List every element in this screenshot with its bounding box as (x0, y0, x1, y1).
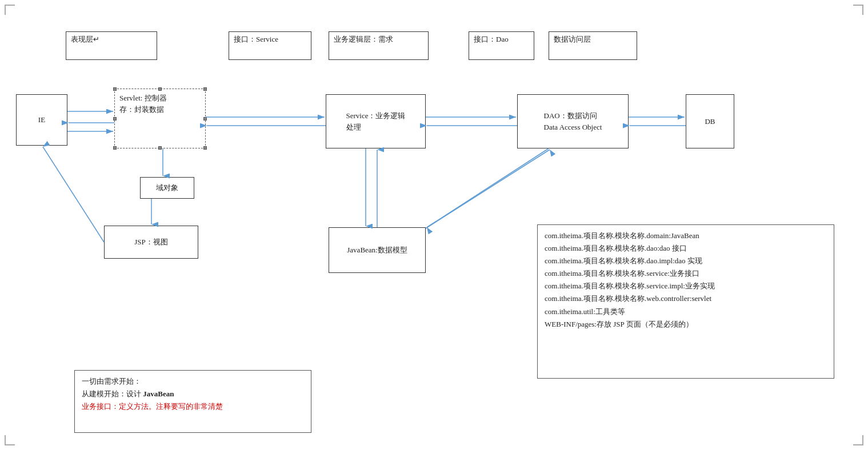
diagram-container: 表现层↵ 接口：Service 业务逻辑层：需求 接口：Dao 数据访问层 IE… (0, 0, 868, 450)
db-label: DB (705, 116, 715, 127)
box-jsp: JSP：视图 (104, 226, 198, 259)
svg-line-22 (427, 148, 549, 227)
bottom-box: 一切由需求开始： 从建模开始：设计 JavaBean 业务接口：定义方法。注释要… (74, 370, 311, 433)
box-db: DB (686, 94, 734, 148)
box-jiekou-dao: 接口：Dao (469, 31, 534, 60)
info-line-6: com.itheima.项目名称.模块名称.web.controller:ser… (545, 294, 711, 303)
corner-tl (5, 5, 15, 15)
box-ie: IE (16, 94, 67, 146)
info-box: com.itheima.项目名称.模块名称.domain:JavaBean co… (537, 224, 834, 379)
dao-label: DAO：数据访问Data Access Object (544, 110, 602, 132)
yuduixiang-label: 域对象 (156, 183, 178, 193)
corner-bl (5, 435, 15, 445)
box-jiekou-service: 接口：Service (229, 31, 311, 60)
bottom-line-2: 从建模开始：设计 JavaBean (82, 389, 174, 398)
info-line-3: com.itheima.项目名称.模块名称.dao.impl:dao 实现 (545, 256, 702, 265)
info-line-1: com.itheima.项目名称.模块名称.domain:JavaBean (545, 231, 699, 240)
info-line-2: com.itheima.项目名称.模块名称.dao:dao 接口 (545, 244, 687, 252)
jiekou-service-label: 接口：Service (234, 35, 278, 43)
javabean-label: JavaBean:数据模型 (347, 244, 407, 256)
shujufangwen-label: 数据访问层 (554, 35, 591, 43)
box-service: Service：业务逻辑处理 (326, 94, 426, 148)
servlet-label: Servlet: 控制器存：封装数据 (119, 94, 167, 114)
svg-line-19 (43, 147, 104, 242)
corner-br (853, 435, 863, 445)
box-dao: DAO：数据访问Data Access Object (517, 94, 629, 148)
box-servlet: Servlet: 控制器存：封装数据 (114, 89, 206, 148)
box-yuduixiang: 域对象 (140, 177, 194, 199)
info-line-4: com.itheima.项目名称.模块名称.service:业务接口 (545, 269, 699, 278)
box-shujufangwen: 数据访问层 (549, 31, 637, 60)
info-line-7: com.itheima.util:工具类等 (545, 307, 625, 316)
ie-label: IE (38, 114, 45, 126)
bottom-line-1: 一切由需求开始： (82, 377, 141, 385)
jsp-label: JSP：视图 (134, 236, 168, 248)
service-label: Service：业务逻辑处理 (346, 110, 406, 132)
box-biaoxian: 表现层↵ (66, 31, 157, 60)
jiekou-dao-label: 接口：Dao (474, 35, 509, 43)
svg-line-23 (426, 150, 550, 228)
box-yewuluoji: 业务逻辑层：需求 (329, 31, 429, 60)
corner-tr (853, 5, 863, 15)
info-line-8: WEB-INF/pages:存放 JSP 页面（不是必须的） (545, 320, 693, 328)
biaoxian-label: 表现层↵ (71, 35, 99, 43)
info-line-5: com.itheima.项目名称.模块名称.service.impl:业务实现 (545, 282, 715, 290)
box-javabean: JavaBean:数据模型 (329, 227, 426, 273)
yewuluoji-label: 业务逻辑层：需求 (334, 35, 393, 43)
bottom-line-3: 业务接口：定义方法。注释要写的非常清楚 (82, 402, 223, 411)
